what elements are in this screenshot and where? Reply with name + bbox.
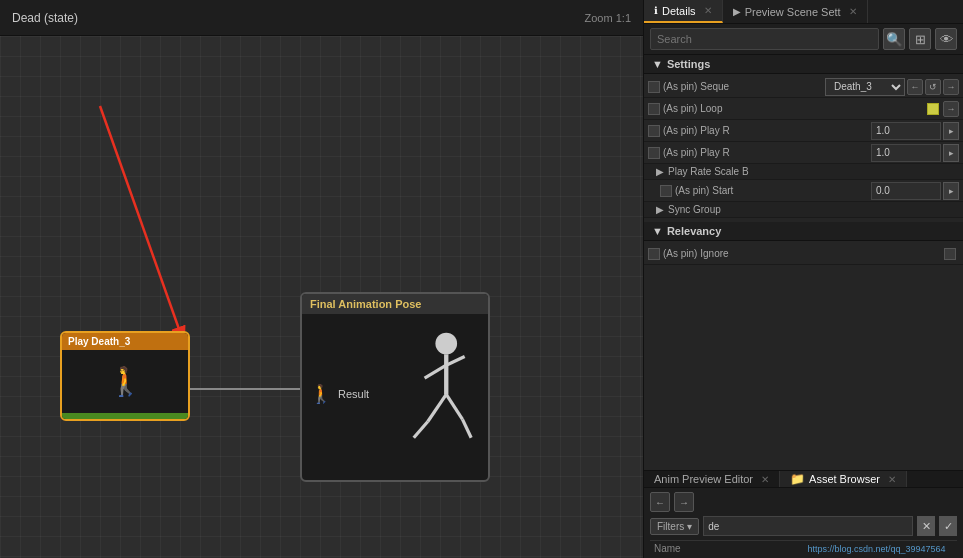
- prop-expand-play1[interactable]: ▸: [943, 122, 959, 140]
- node-play-death-body: 🚶: [62, 350, 188, 412]
- connection-line: [190, 388, 305, 390]
- play-rate-scale-collapse-icon: ▶: [656, 166, 664, 177]
- canvas-header: Dead (state) Zoom 1:1: [0, 0, 643, 36]
- svg-line-5: [446, 357, 464, 366]
- tab-preview-close[interactable]: ✕: [849, 6, 857, 17]
- prop-reset-btn-seq[interactable]: ↺: [925, 79, 941, 95]
- node-final-pose[interactable]: Final Animation Pose 🚶 Result: [300, 292, 490, 482]
- figure-icon: 🚶: [108, 365, 143, 398]
- subsection-sync-group[interactable]: ▶ Sync Group: [644, 202, 963, 218]
- svg-line-6: [428, 394, 446, 421]
- svg-line-9: [463, 419, 472, 437]
- settings-content: (As pin) Seque Death_3 ← ↺ → (As pin) Lo…: [644, 74, 963, 220]
- filter-row: Filters ▾ ✕ ✓: [650, 516, 957, 536]
- nav-back-button[interactable]: ←: [650, 492, 670, 512]
- prop-label-loop: (As pin) Loop: [663, 103, 927, 114]
- result-label: 🚶 Result: [310, 383, 369, 405]
- prop-input-play1[interactable]: [871, 122, 941, 140]
- prop-checkbox-seq[interactable]: [648, 81, 660, 93]
- settings-collapse-icon: ▼: [652, 58, 663, 70]
- tab-preview[interactable]: ▶ Preview Scene Sett ✕: [723, 0, 868, 23]
- settings-section-header[interactable]: ▼ Settings: [644, 55, 963, 74]
- details-panel: ℹ Details ✕ ▶ Preview Scene Sett ✕ 🔍 ⊞ 👁: [644, 0, 963, 470]
- prop-input-start[interactable]: [871, 182, 941, 200]
- prop-dropdown-seq[interactable]: Death_3: [825, 78, 905, 96]
- tab-asset-browser[interactable]: 📁 Asset Browser ✕: [780, 471, 907, 487]
- search-button[interactable]: 🔍: [883, 28, 905, 50]
- tab-anim-preview-close[interactable]: ✕: [761, 474, 769, 485]
- prop-checkbox-ignore[interactable]: [648, 248, 660, 260]
- prop-row-loop: (As pin) Loop →: [644, 98, 963, 120]
- prop-expand-start[interactable]: ▸: [943, 182, 959, 200]
- prop-value-play2: ▸: [871, 144, 959, 162]
- prop-label-play1: (As pin) Play R: [663, 125, 871, 136]
- nav-forward-button[interactable]: →: [674, 492, 694, 512]
- tab-details-close[interactable]: ✕: [704, 5, 712, 16]
- prop-label-ignore: (As pin) Ignore: [663, 248, 944, 259]
- prop-checkbox-play1[interactable]: [648, 125, 660, 137]
- relevancy-collapse-icon: ▼: [652, 225, 663, 237]
- prop-row-start: (As pin) Start ▸: [644, 180, 963, 202]
- running-figure: [380, 324, 480, 454]
- prop-value-ignore: [944, 248, 959, 260]
- search-bar: 🔍 ⊞ 👁: [644, 24, 963, 55]
- prop-row-sequence: (As pin) Seque Death_3 ← ↺ →: [644, 76, 963, 98]
- prop-checkbox-loop[interactable]: [648, 103, 660, 115]
- node-bottom-bar: [62, 413, 188, 419]
- prop-expand-play2[interactable]: ▸: [943, 144, 959, 162]
- canvas-area[interactable]: Dead (state) Zoom 1:1 Play Death_3 🚶: [0, 0, 643, 558]
- relevancy-section-header[interactable]: ▼ Relevancy: [644, 222, 963, 241]
- tab-details[interactable]: ℹ Details ✕: [644, 0, 723, 23]
- svg-line-4: [425, 365, 447, 378]
- col-path: https://blog.csdn.net/qq_39947564: [804, 544, 958, 554]
- prop-row-ignore: (As pin) Ignore: [644, 243, 963, 265]
- prop-back-btn-seq[interactable]: ←: [907, 79, 923, 95]
- filter-chevron: ▾: [687, 521, 692, 532]
- node-play-death-header: Play Death_3: [62, 333, 188, 350]
- filter-clear-button[interactable]: ✕: [917, 516, 935, 536]
- tab-anim-preview[interactable]: Anim Preview Editor ✕: [644, 471, 780, 487]
- grid-view-button[interactable]: ⊞: [909, 28, 931, 50]
- subsection-play-rate-scale[interactable]: ▶ Play Rate Scale B: [644, 164, 963, 180]
- prop-checkbox-play2[interactable]: [648, 147, 660, 159]
- prop-row-play1: (As pin) Play R ▸: [644, 120, 963, 142]
- prop-label-seq: (As pin) Seque: [663, 81, 825, 92]
- filter-input[interactable]: [703, 516, 913, 536]
- tab-details-icon: ℹ: [654, 5, 658, 16]
- tab-preview-icon: ▶: [733, 6, 741, 17]
- canvas-grid[interactable]: Play Death_3 🚶 Final Animation Pose 🚶 Re…: [0, 36, 643, 558]
- bottom-content: ← → Filters ▾ ✕ ✓ Name https://blog.csdn…: [644, 488, 963, 558]
- prop-label-play2: (As pin) Play R: [663, 147, 871, 158]
- bottom-tab-bar: Anim Preview Editor ✕ 📁 Asset Browser ✕: [644, 471, 963, 488]
- tab-asset-browser-close[interactable]: ✕: [888, 474, 896, 485]
- prop-value-play1: ▸: [871, 122, 959, 140]
- right-panel: ℹ Details ✕ ▶ Preview Scene Sett ✕ 🔍 ⊞ 👁: [643, 0, 963, 558]
- filters-button[interactable]: Filters ▾: [650, 518, 699, 535]
- result-figure: 🚶: [310, 383, 332, 405]
- prop-use-btn-loop[interactable]: →: [943, 101, 959, 117]
- prop-use-btn-seq[interactable]: →: [943, 79, 959, 95]
- filter-clear-button2[interactable]: ✓: [939, 516, 957, 536]
- node-final-pose-body: 🚶 Result: [302, 314, 488, 474]
- prop-label-start: (As pin) Start: [675, 185, 871, 196]
- prop-input-play2[interactable]: [871, 144, 941, 162]
- svg-point-2: [435, 333, 457, 355]
- node-play-death[interactable]: Play Death_3 🚶: [60, 331, 190, 421]
- prop-row-play2: (As pin) Play R ▸: [644, 142, 963, 164]
- eye-button[interactable]: 👁: [935, 28, 957, 50]
- relevancy-content: (As pin) Ignore: [644, 241, 963, 267]
- prop-value-seq: Death_3 ← ↺ →: [825, 78, 959, 96]
- node-final-pose-header: Final Animation Pose: [302, 294, 488, 314]
- svg-line-1: [100, 106, 185, 346]
- prop-checkbox-start[interactable]: [660, 185, 672, 197]
- prop-yellow-cb-loop[interactable]: [927, 103, 939, 115]
- canvas-zoom: Zoom 1:1: [585, 12, 631, 24]
- prop-checkbox-ignore-val[interactable]: [944, 248, 956, 260]
- prop-value-loop: →: [927, 101, 959, 117]
- bottom-panel: Anim Preview Editor ✕ 📁 Asset Browser ✕ …: [644, 470, 963, 558]
- asset-browser-icon: 📁: [790, 472, 805, 486]
- search-input[interactable]: [650, 28, 879, 50]
- columns-row: Name https://blog.csdn.net/qq_39947564: [650, 540, 957, 554]
- canvas-title: Dead (state): [12, 11, 78, 25]
- col-name: Name: [650, 543, 804, 554]
